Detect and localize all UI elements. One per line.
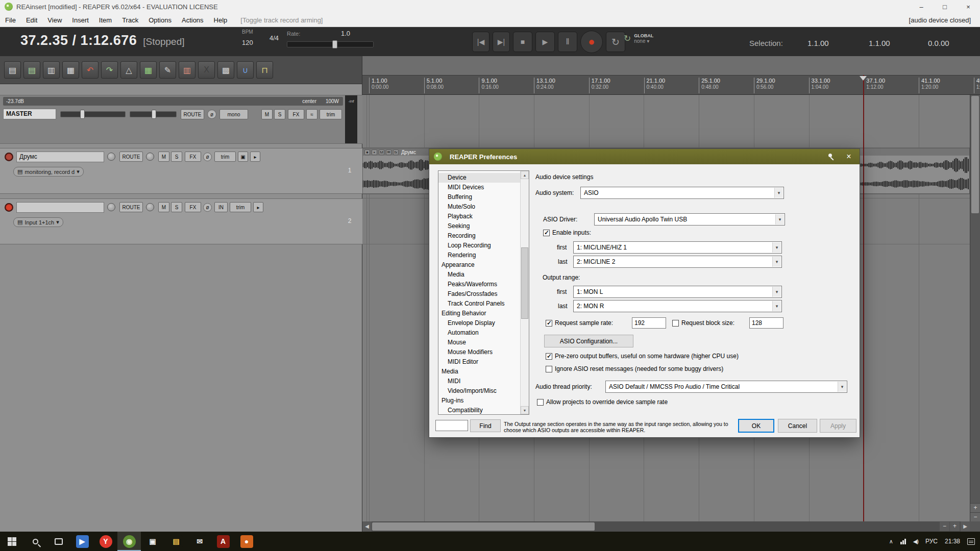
- input-last-select[interactable]: 2: MIC/LINE 2▾: [573, 256, 782, 268]
- find-button[interactable]: Find: [470, 419, 501, 432]
- action-center-icon[interactable]: [967, 538, 975, 545]
- master-route-button[interactable]: ROUTE: [181, 109, 204, 119]
- master-phase-button[interactable]: ø: [207, 110, 216, 119]
- item-fx-icon[interactable]: fx: [393, 149, 399, 155]
- menu-item-track[interactable]: Track: [117, 14, 143, 26]
- item-volume-icon[interactable]: ●: [364, 149, 370, 155]
- toolbar-save-project-icon[interactable]: ▥: [43, 61, 60, 79]
- edit-cursor-marker[interactable]: [860, 76, 867, 84]
- prefs-tree-item-compatibility[interactable]: Compatibility: [438, 406, 520, 414]
- repeat-button[interactable]: ↻: [606, 32, 625, 52]
- allow-override-checkbox[interactable]: Allow projects to override device sample…: [537, 398, 668, 406]
- prefs-tree-item-editing-behavior[interactable]: Editing Behavior: [438, 309, 520, 318]
- track-1-monitor-button[interactable]: ▣: [238, 152, 248, 162]
- ignore-reset-checkbox[interactable]: Ignore ASIO reset messages (needed for s…: [546, 365, 723, 372]
- menu-item-view[interactable]: View: [42, 14, 67, 26]
- prefs-tree-item-envelope-display[interactable]: Envelope Display: [438, 318, 520, 328]
- enable-inputs-checkbox[interactable]: Enable inputs:: [543, 229, 591, 236]
- maximize-button[interactable]: □: [933, 0, 957, 13]
- toolbar-project-settings-icon[interactable]: ▦: [62, 61, 79, 79]
- master-pan-fader-thumb[interactable]: [152, 110, 156, 119]
- prefs-tree-item-plug-ins[interactable]: Plug-ins: [438, 396, 520, 406]
- scroll-up-icon[interactable]: ▲: [521, 171, 529, 179]
- language-indicator[interactable]: РУС: [925, 538, 938, 545]
- horizontal-zoom-out-button[interactable]: −: [940, 522, 949, 531]
- dialog-titlebar[interactable]: REAPER Preferences ×: [429, 149, 860, 164]
- prefs-tree-item-loop-recording[interactable]: Loop Recording: [438, 241, 520, 251]
- toolbar-redo-icon[interactable]: ↷: [101, 61, 118, 79]
- track-2-name[interactable]: [16, 202, 104, 213]
- prefs-tree-item-appearance[interactable]: Appearance: [438, 260, 520, 270]
- menu-item-insert[interactable]: Insert: [67, 14, 94, 26]
- apply-button[interactable]: Apply: [820, 419, 856, 433]
- taskbar-app-unknown[interactable]: ●: [235, 532, 258, 551]
- menu-item-help[interactable]: Help: [209, 14, 233, 26]
- block-size-input[interactable]: [749, 317, 783, 329]
- track-1-trim-button[interactable]: trim: [214, 152, 236, 162]
- input-first-select[interactable]: 1: MIC/LINE/HIZ 1▾: [573, 241, 782, 254]
- prefs-tree-item-device[interactable]: Device: [438, 173, 520, 183]
- thread-priority-select[interactable]: ASIO Default / MMCSS Pro Audio / Time Cr…: [605, 381, 847, 393]
- toolbar-pencil-icon[interactable]: ✎: [159, 61, 176, 79]
- selection-start[interactable]: 1.1.00: [807, 39, 829, 47]
- taskbar-app-file-explorer[interactable]: ▤: [164, 532, 188, 551]
- taskbar-search-button[interactable]: [23, 532, 47, 551]
- toolbar-ripple-icon[interactable]: ∪: [237, 61, 254, 79]
- menu-item-options[interactable]: Options: [143, 14, 177, 26]
- ok-button[interactable]: OK: [738, 419, 774, 433]
- prefs-tree-item-playback[interactable]: Playback: [438, 212, 520, 221]
- track-2-route-button[interactable]: ROUTE: [119, 202, 143, 212]
- rate-slider[interactable]: [287, 41, 374, 47]
- track-2-trim-button[interactable]: trim: [230, 202, 251, 212]
- track-2-mute-button[interactable]: M: [158, 202, 169, 212]
- track-1-volume-knob[interactable]: [107, 153, 115, 161]
- prefs-tree-item-video-import-misc[interactable]: Video/Import/Misc: [438, 386, 520, 396]
- clock[interactable]: 21:38: [945, 538, 960, 545]
- track-2-pan-knob[interactable]: [146, 203, 154, 211]
- master-env-button[interactable]: ≈: [306, 109, 317, 119]
- transport-time-display[interactable]: 37.2.35 / 1:12.676: [20, 33, 137, 48]
- toolbar-grid-icon[interactable]: ▩: [217, 61, 234, 79]
- prefs-tree-item-midi-editor[interactable]: MIDI Editor: [438, 357, 520, 367]
- track-2-phase-button[interactable]: ø: [203, 203, 212, 212]
- prefs-tree-item-seeking[interactable]: Seeking: [438, 221, 520, 231]
- taskbar-app-reaper[interactable]: ◉: [117, 532, 141, 551]
- prefs-tree-item-fades-crossfades[interactable]: Fades/Crossfades: [438, 289, 520, 299]
- toolbar-mixer-icon[interactable]: ▥: [179, 61, 195, 79]
- sample-rate-input[interactable]: [632, 317, 666, 329]
- menu-item-actions[interactable]: Actions: [177, 14, 209, 26]
- prefs-tree-item-mute-solo[interactable]: Mute/Solo: [438, 202, 520, 212]
- master-trim-button[interactable]: trim: [320, 109, 342, 119]
- menu-item-file[interactable]: File: [0, 14, 21, 26]
- track-1-record-arm-button[interactable]: [5, 153, 13, 161]
- prefs-tree-item-automation[interactable]: Automation: [438, 328, 520, 338]
- pause-button[interactable]: ‖: [558, 32, 577, 52]
- request-block-size-checkbox[interactable]: Request block size:: [672, 319, 734, 327]
- toolbar-new-project-icon[interactable]: ▤: [4, 61, 21, 79]
- network-icon[interactable]: [900, 539, 906, 544]
- start-button[interactable]: [0, 532, 23, 551]
- prefs-tree-item-media[interactable]: Media: [438, 367, 520, 377]
- horizontal-zoom-in-button[interactable]: +: [950, 522, 960, 531]
- time-signature[interactable]: 4/4: [270, 34, 279, 42]
- taskbar-app-microsoft-store[interactable]: ▣: [141, 532, 164, 551]
- pin-icon[interactable]: [823, 149, 838, 164]
- go-to-end-button[interactable]: ▶|: [493, 32, 510, 52]
- prefs-tree-item-midi-devices[interactable]: MIDI Devices: [438, 183, 520, 192]
- master-mute-button[interactable]: M: [261, 109, 273, 119]
- close-button[interactable]: ×: [957, 0, 980, 13]
- track-1-record-mode-pill[interactable]: ▤ monitoring, record d ▾: [13, 167, 84, 177]
- toolbar-envelope-icon[interactable]: △: [120, 61, 137, 79]
- rate-slider-thumb[interactable]: [332, 40, 337, 48]
- prefs-tree-item-mouse-modifiers[interactable]: Mouse Modifiers: [438, 347, 520, 357]
- track-2-record-arm-button[interactable]: [5, 203, 13, 212]
- rate-value[interactable]: 1.0: [341, 30, 350, 37]
- minimize-button[interactable]: –: [910, 0, 933, 13]
- master-pan-fader[interactable]: [130, 111, 177, 117]
- selection-end[interactable]: 1.1.00: [869, 39, 890, 47]
- vertical-scrollbar-thumb[interactable]: [971, 96, 979, 213]
- prefs-tree-item-track-control-panels[interactable]: Track Control Panels: [438, 299, 520, 309]
- toolbar-undo-icon[interactable]: ↶: [82, 61, 99, 79]
- prefs-tree-item-midi[interactable]: MIDI: [438, 377, 520, 386]
- track-1-media-button[interactable]: ▸: [250, 152, 260, 162]
